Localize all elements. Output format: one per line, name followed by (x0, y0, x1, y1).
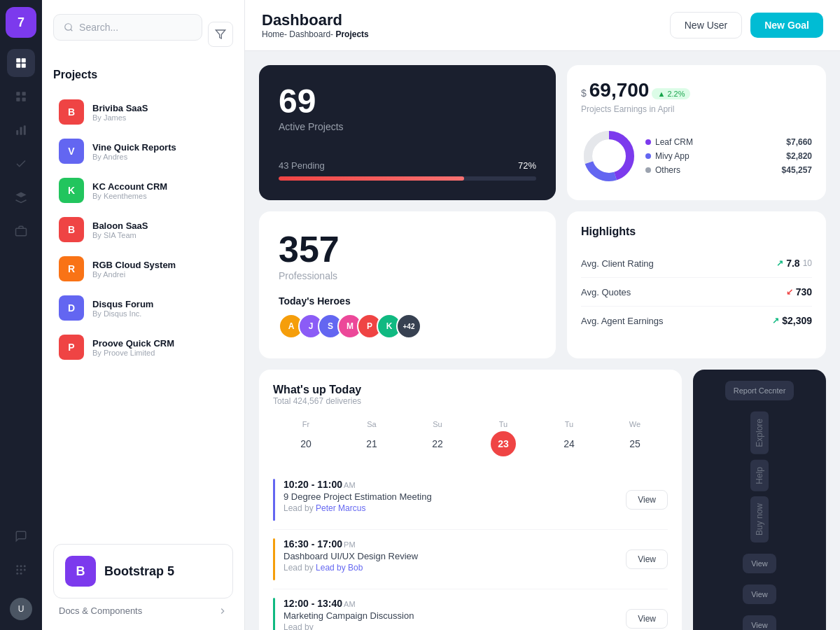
project-logo: B (59, 217, 84, 242)
legend-item-mivy: Mivy App $2,820 (645, 151, 812, 161)
calendar-day[interactable]: Su 22 (405, 420, 470, 456)
svg-marker-11 (16, 192, 27, 198)
event-view-button-3[interactable]: View (626, 609, 668, 629)
event-bar-1 (273, 479, 275, 521)
header-title-section: Dashboard Home- Dashboard- Projects (262, 11, 369, 39)
search-icon (64, 22, 74, 33)
project-logo: B (59, 99, 84, 125)
project-item[interactable]: D Disqus Forum By Disqus Inc. (53, 288, 233, 328)
calendar-day[interactable]: Fr 20 (273, 420, 339, 456)
project-name: Disqus Forum (92, 299, 227, 309)
event-item-1: 10:20 - 11:00AM 9 Degree Project Estimat… (273, 470, 668, 530)
active-projects-card: 69 Active Projects 43 Pending 72% (259, 65, 556, 200)
svg-point-15 (24, 565, 26, 567)
search-bar[interactable] (53, 14, 202, 41)
help-tab[interactable]: Help (750, 460, 769, 491)
project-info: Briviba SaaS By James (92, 103, 227, 122)
event-item-3: 12:00 - 13:40AM Marketing Campaign Discu… (273, 589, 668, 630)
project-logo: P (59, 335, 84, 360)
project-by: By James (92, 113, 227, 122)
project-item[interactable]: B Baloon SaaS By SIA Team (53, 210, 233, 249)
pending-percent: 72% (518, 160, 536, 171)
sidebar-icon-message[interactable] (7, 522, 35, 550)
earnings-card: $ 69,700 ▲ 2.2% Projects Earnings in Apr… (567, 65, 826, 200)
sidebar-icon-check[interactable] (7, 150, 35, 178)
project-item[interactable]: V Vine Quick Reports By Andres (53, 132, 233, 171)
chevron-right-icon (218, 606, 227, 616)
highlights-list: Avg. Client Rating ↗ 7.8 10 Avg. Quotes … (581, 249, 812, 335)
project-by: By Andrei (92, 270, 227, 279)
project-item[interactable]: P Proove Quick CRM By Proove Limited (53, 328, 233, 367)
pending-count: 43 Pending (279, 160, 325, 171)
header-actions: New User New Goal (670, 12, 823, 38)
explore-tab[interactable]: Explore (750, 412, 769, 454)
project-name: Proove Quick CRM (92, 338, 227, 349)
project-name: Vine Quick Reports (92, 142, 227, 153)
buy-now-tab[interactable]: Buy now (750, 496, 769, 542)
legend-list: Leaf CRM $7,660 Mivy App $2,820 (645, 137, 812, 175)
svg-rect-9 (20, 127, 22, 135)
sidebar-icon-apps[interactable] (7, 556, 35, 584)
project-name: Baloon SaaS (92, 220, 227, 231)
donut-chart (581, 128, 637, 184)
events-list: 10:20 - 11:00AM 9 Degree Project Estimat… (273, 470, 668, 630)
view-button-dark-3[interactable]: View (743, 615, 776, 630)
new-user-button[interactable]: New User (670, 12, 742, 38)
event-item-2: 16:30 - 17:00PM Dashboard UI/UX Design R… (273, 530, 668, 589)
svg-rect-2 (16, 64, 20, 68)
heroes-label: Today's Heroes (279, 295, 536, 307)
docs-row[interactable]: Docs & Components (53, 598, 233, 616)
new-goal-button[interactable]: New Goal (750, 13, 823, 38)
event-lead-link-2[interactable]: Lead by Bob (316, 563, 363, 573)
bootstrap-card: B Bootstrap 5 (53, 544, 233, 598)
svg-rect-5 (22, 92, 26, 95)
svg-point-16 (16, 569, 18, 571)
svg-point-13 (16, 565, 18, 567)
calendar-day[interactable]: Tu 23 (470, 420, 536, 456)
event-view-button-2[interactable]: View (626, 550, 668, 569)
schedule-title: What's up Today (273, 384, 361, 396)
view-button-dark-1[interactable]: View (743, 554, 776, 573)
sidebar-icon-briefcase[interactable] (7, 217, 35, 245)
earnings-amount: 69,700 (589, 79, 650, 102)
project-item[interactable]: R RGB Cloud System By Andrei (53, 249, 233, 288)
project-by: By Proove Limited (92, 349, 227, 357)
project-item[interactable]: K KC Account CRM By Keenthemes (53, 171, 233, 210)
user-avatar[interactable]: 7 (6, 7, 36, 38)
project-name: KC Account CRM (92, 181, 227, 192)
sidebar-icon-dashboard[interactable] (7, 49, 35, 77)
sidebar-icon-chart[interactable] (7, 116, 35, 144)
svg-rect-7 (22, 98, 26, 102)
calendar-day[interactable]: Tu 24 (536, 420, 602, 456)
event-view-button-1[interactable]: View (626, 490, 668, 510)
project-by: By SIA Team (92, 231, 227, 239)
active-projects-number: 69 (279, 85, 536, 118)
header: Dashboard Home- Dashboard- Projects New … (245, 0, 840, 51)
calendar-day[interactable]: We 25 (602, 420, 668, 456)
search-input[interactable] (79, 22, 192, 33)
highlights-card: Highlights Avg. Client Rating ↗ 7.8 10 A… (567, 211, 826, 358)
calendar-day[interactable]: Sa 21 (339, 420, 405, 456)
sidebar-icon-layers[interactable] (7, 183, 35, 211)
report-center-button[interactable]: Report Cecnter (725, 381, 794, 400)
project-logo: K (59, 178, 84, 203)
earnings-chart: Leaf CRM $7,660 Mivy App $2,820 (581, 128, 812, 184)
svg-point-21 (65, 24, 71, 30)
project-item[interactable]: B Briviba SaaS By James (53, 92, 233, 132)
bootstrap-label: Bootstrap 5 (104, 564, 174, 579)
legend-item-leaf: Leaf CRM $7,660 (645, 137, 812, 147)
event-lead-link-1[interactable]: Peter Marcus (316, 503, 365, 513)
projects-list: B Briviba SaaS By James V Vine Quick Rep… (53, 92, 233, 544)
sidebar-icon-user-bottom[interactable]: U (7, 595, 35, 623)
project-logo: D (59, 295, 84, 321)
schedule-header: What's up Today Total 424,567 deliveries (273, 384, 668, 417)
page-title: Dashboard (262, 11, 369, 29)
event-content-1: 10:20 - 11:00AM 9 Degree Project Estimat… (284, 479, 617, 521)
view-button-dark-2[interactable]: View (743, 584, 776, 604)
event-content-2: 16:30 - 17:00PM Dashboard UI/UX Design R… (284, 538, 617, 580)
sidebar-icon-grid[interactable] (7, 83, 35, 111)
filter-button[interactable] (208, 22, 233, 47)
calendar-row: Fr 20 Sa 21 Su 22 Tu 23 Tu 24 We 25 (273, 420, 668, 456)
active-projects-label: Active Projects (279, 121, 536, 132)
svg-rect-8 (16, 130, 18, 135)
